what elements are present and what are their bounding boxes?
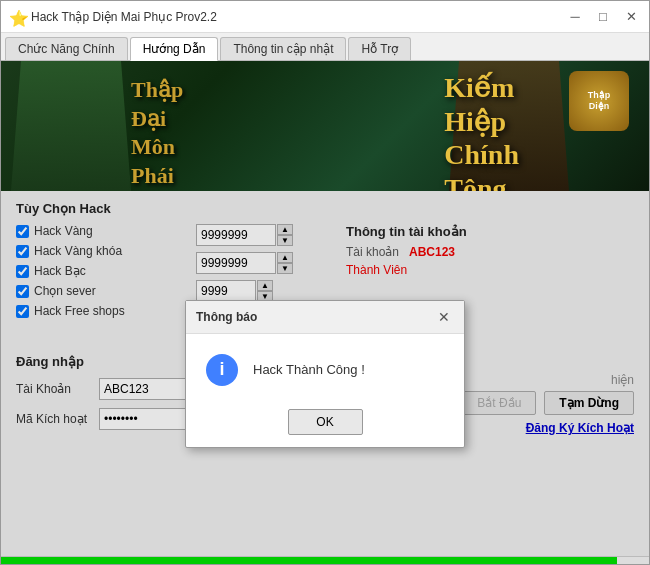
progress-bar-container (1, 556, 649, 564)
title-bar: ⭐ Hack Thập Diện Mai Phục Prov2.2 ─ □ ✕ (1, 1, 649, 33)
modal-close-button[interactable]: ✕ (434, 307, 454, 327)
modal-title-bar: Thông báo ✕ (186, 301, 464, 334)
banner: Thập Đại Môn Phái Kiếm Hiệp Chính Tông T… (1, 61, 649, 191)
minimize-button[interactable]: ─ (565, 7, 585, 27)
tab-bar: Chức Năng Chính Hướng Dẫn Thông tin cập … (1, 33, 649, 61)
modal-info-icon: i (206, 354, 238, 386)
app-icon: ⭐ (9, 9, 25, 25)
modal-ok-button[interactable]: OK (288, 409, 363, 435)
tab-chuc-nang[interactable]: Chức Năng Chính (5, 37, 128, 60)
banner-logo: ThậpDiện (569, 71, 629, 131)
tab-ho-tro[interactable]: Hỗ Trợ (348, 37, 411, 60)
maximize-button[interactable]: □ (593, 7, 613, 27)
banner-figure-left (1, 61, 141, 191)
modal-overlay: Thông báo ✕ i Hack Thành Công ! OK (1, 191, 649, 556)
tab-huong-dan[interactable]: Hướng Dẫn (130, 37, 219, 61)
modal-message: Hack Thành Công ! (253, 362, 365, 377)
modal-footer: OK (186, 401, 464, 447)
close-button[interactable]: ✕ (621, 7, 641, 27)
tab-thong-tin[interactable]: Thông tin cập nhật (220, 37, 346, 60)
banner-text-left: Thập Đại Môn Phái (131, 76, 183, 190)
banner-text-right: Kiếm Hiệp Chính Tông (444, 71, 519, 191)
title-controls: ─ □ ✕ (565, 7, 641, 27)
progress-bar-fill (1, 557, 617, 564)
main-window: ⭐ Hack Thập Diện Mai Phục Prov2.2 ─ □ ✕ … (0, 0, 650, 565)
thong-bao-modal: Thông báo ✕ i Hack Thành Công ! OK (185, 300, 465, 448)
modal-title: Thông báo (196, 310, 257, 324)
modal-body: i Hack Thành Công ! (186, 334, 464, 401)
main-content: Tùy Chọn Hack Hack Vàng Hack Vàng khóa H… (1, 191, 649, 556)
window-title: Hack Thập Diện Mai Phục Prov2.2 (31, 10, 565, 24)
